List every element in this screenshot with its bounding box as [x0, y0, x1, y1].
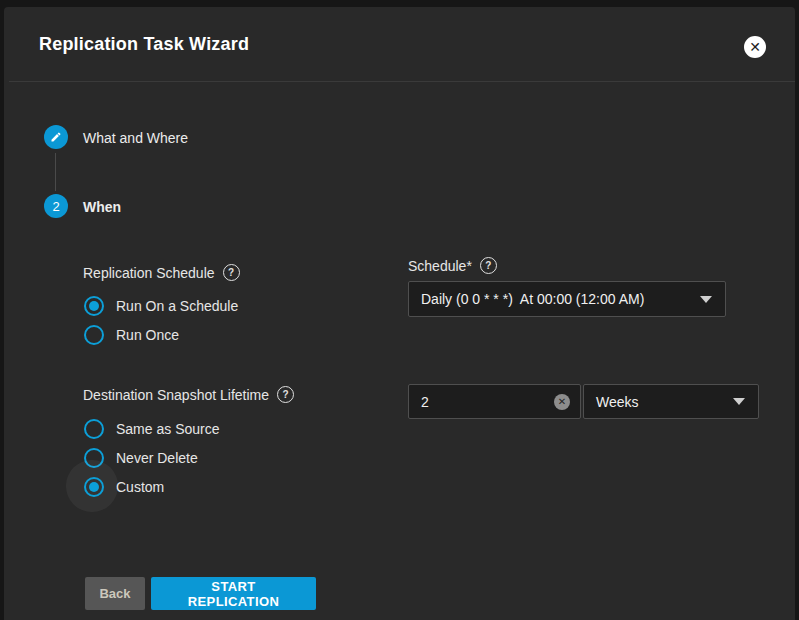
chevron-down-icon	[700, 296, 712, 303]
radio-run-once[interactable]: Run Once	[84, 325, 179, 345]
help-icon[interactable]: ?	[223, 264, 240, 281]
schedule-label-text: Schedule*	[408, 258, 472, 274]
radio-button-icon	[84, 325, 104, 345]
help-icon[interactable]: ?	[480, 257, 497, 274]
step-connector-line	[55, 153, 56, 191]
radio-label: Run Once	[116, 327, 179, 343]
back-button[interactable]: Back	[85, 577, 145, 610]
pencil-icon	[50, 131, 62, 143]
step-2-label[interactable]: When	[83, 199, 121, 215]
destination-snapshot-lifetime-label-text: Destination Snapshot Lifetime	[83, 387, 269, 403]
lifetime-unit-value: Weeks	[584, 394, 733, 410]
schedule-selected-value: Daily (0 0 * * *) At 00:00 (12:00 AM)	[409, 291, 700, 307]
lifetime-value-input[interactable]: 2 ✕	[408, 384, 581, 419]
clear-icon: ✕	[558, 397, 566, 407]
schedule-label: Schedule* ?	[408, 257, 497, 274]
title-divider	[9, 81, 795, 82]
radio-label: Custom	[116, 479, 164, 495]
lifetime-unit-select[interactable]: Weeks	[583, 384, 759, 419]
dialog-title: Replication Task Wizard	[39, 34, 249, 55]
chevron-down-icon	[733, 398, 745, 405]
radio-button-icon	[84, 296, 104, 316]
radio-label: Never Delete	[116, 450, 198, 466]
replication-task-wizard-dialog: Replication Task Wizard ✕ What and Where…	[4, 7, 795, 620]
page-background: Replication Task Wizard ✕ What and Where…	[0, 0, 799, 620]
replication-schedule-label-text: Replication Schedule	[83, 265, 215, 281]
start-replication-button[interactable]: START REPLICATION	[151, 577, 316, 610]
radio-button-icon	[84, 477, 104, 497]
radio-label: Run On a Schedule	[116, 298, 238, 314]
radio-custom[interactable]: Custom	[84, 477, 164, 497]
schedule-select[interactable]: Daily (0 0 * * *) At 00:00 (12:00 AM)	[408, 281, 726, 317]
step-2-number: 2	[52, 199, 59, 214]
radio-same-as-source[interactable]: Same as Source	[84, 419, 220, 439]
radio-run-on-a-schedule[interactable]: Run On a Schedule	[84, 296, 238, 316]
help-icon[interactable]: ?	[277, 386, 294, 403]
radio-label: Same as Source	[116, 421, 220, 437]
radio-button-icon	[84, 419, 104, 439]
clear-input-button[interactable]: ✕	[554, 394, 570, 410]
lifetime-value-text: 2	[409, 394, 554, 410]
step-1-label[interactable]: What and Where	[83, 130, 188, 146]
close-button[interactable]: ✕	[744, 36, 766, 58]
required-asterisk: *	[466, 258, 471, 274]
step-2-indicator[interactable]: 2	[44, 194, 68, 218]
destination-snapshot-lifetime-label: Destination Snapshot Lifetime ?	[83, 386, 294, 403]
replication-schedule-label: Replication Schedule ?	[83, 264, 240, 281]
close-icon: ✕	[749, 40, 761, 54]
step-1-indicator[interactable]	[44, 125, 68, 149]
